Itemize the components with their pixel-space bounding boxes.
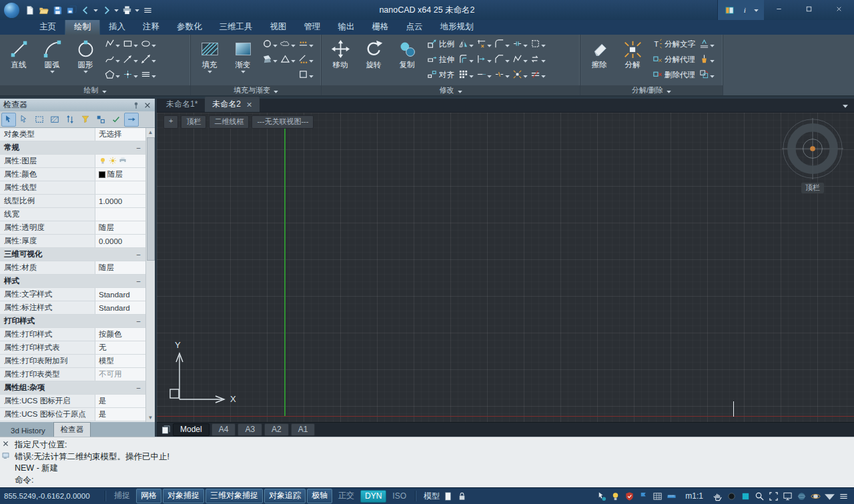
menu-icon[interactable] [837,489,850,503]
move-button[interactable]: 移动 [324,36,357,85]
rotate-button[interactable]: 旋转 [357,36,390,85]
flatten-button[interactable] [699,38,715,51]
ribbon-tab-三维工具[interactable]: 三维工具 [211,19,262,35]
property-row[interactable]: 属性:线型 [0,181,145,195]
forward-arrow-icon[interactable] [99,3,113,17]
sphere-icon[interactable] [795,489,808,503]
marquee-select-icon[interactable] [32,113,47,127]
workspace-icon[interactable] [723,3,736,17]
chevron-down-icon[interactable] [115,71,120,80]
model-space-button[interactable]: 模型 [424,491,440,502]
print-icon[interactable] [120,3,133,17]
dropdown-icon[interactable] [93,3,99,17]
wipeout-button[interactable] [262,53,278,66]
measure-button[interactable] [298,53,314,66]
layout-tab-A3[interactable]: A3 [238,423,262,436]
purge-button[interactable] [699,53,715,66]
property-value[interactable]: 随层 [95,261,145,274]
chevron-down-icon[interactable] [309,71,314,80]
status-toggle-DYN[interactable]: DYN [360,490,386,503]
chevron-down-icon[interactable] [541,71,546,80]
lock-icon[interactable] [455,489,468,503]
chevron-down-icon[interactable] [273,55,278,65]
chevron-down-icon[interactable] [83,69,88,73]
chevron-down-icon[interactable] [133,71,138,80]
info-icon[interactable]: i [738,3,751,17]
goto-arrow-icon[interactable] [124,113,139,127]
property-value[interactable]: 无选择 [95,128,145,141]
array-button[interactable] [458,69,474,81]
arc-button[interactable]: 圆弧 [35,36,69,85]
delete-duplicates-button[interactable] [699,69,715,81]
reverse-button[interactable] [530,53,546,66]
chevron-down-icon[interactable] [241,69,246,73]
bulb-icon[interactable] [608,489,622,503]
square-teal-icon[interactable] [739,489,752,503]
property-row[interactable]: 对象类型无选择 [0,128,145,141]
clip-button[interactable] [530,38,546,51]
collapse-icon[interactable]: − [136,251,145,259]
extend-button[interactable] [476,53,492,66]
pentagon-button[interactable] [104,69,121,81]
inspector-scrollbar[interactable]: ▲ ▼ [145,128,155,422]
layout-tab-A4[interactable]: A4 [211,423,236,436]
chevron-down-icon[interactable] [541,55,546,65]
command-line-panel[interactable]: 指定尺寸位置:错误:无法计算二维约束模型。操作已中止!NEW - 新建命令: [0,437,854,487]
scale-button[interactable]: 比例 [426,38,456,51]
property-row[interactable]: 属性:材质随层 [0,261,145,275]
chevron-down-icon[interactable] [309,40,314,49]
spline-button[interactable] [104,53,121,66]
chevron-down-icon[interactable] [469,55,474,65]
property-value[interactable] [95,208,145,221]
inspector-tab-检查器[interactable]: 检查器 [53,422,91,437]
flag-blue-icon[interactable] [636,489,650,503]
property-group-header[interactable]: 属性组:杂项− [0,381,145,395]
ribbon-section-label-draw[interactable]: 绘制 [0,85,190,95]
ellipse-button[interactable] [140,38,157,51]
dropdown-icon[interactable] [134,3,140,17]
close-panel-icon[interactable] [143,101,151,109]
eraser-button[interactable]: 擦除 [582,36,616,85]
chevron-down-icon[interactable] [541,40,546,49]
join-button[interactable] [512,38,528,51]
chevron-down-icon[interactable] [115,40,120,49]
property-value[interactable]: 按颜色 [95,328,145,341]
ribbon-tab-主页[interactable]: 主页 [31,19,65,35]
swap-arrows-icon[interactable] [63,113,77,127]
scroll-down-icon[interactable]: ▼ [148,413,153,422]
revision-cloud-button[interactable] [280,38,296,51]
chevron-down-icon[interactable] [291,55,296,65]
chevron-down-icon[interactable] [291,40,296,49]
construction-line-button[interactable] [140,53,157,66]
chevron-down-icon[interactable] [487,71,492,80]
property-row[interactable]: 属性:打印表类型不可用 [0,368,145,381]
chevron-down-icon[interactable] [710,55,715,65]
inspector-tab-3d History[interactable]: 3d History [4,425,52,437]
property-value[interactable]: Standard [95,301,145,314]
viewport-control-2[interactable]: 二维线框 [209,115,249,129]
ribbon-section-label-hatch[interactable]: 填充与渐变 [191,85,321,95]
multiline-button[interactable] [140,69,157,81]
chevron-down-icon[interactable] [151,71,156,80]
collapse-icon[interactable]: − [136,384,145,392]
chevron-down-icon[interactable] [487,55,492,65]
explode-button[interactable]: 分解 [616,36,649,85]
back-arrow-icon[interactable] [79,3,92,17]
rectangle-button[interactable] [122,38,139,51]
ribbon-tab-绘制[interactable]: 绘制 [65,19,100,35]
property-group-header[interactable]: 三维可视化− [0,248,145,261]
property-value[interactable]: 模型 [95,355,145,367]
triangle-button[interactable] [280,53,296,66]
ribbon-section-label-modify[interactable]: 修改 [322,85,580,95]
chevron-down-icon[interactable] [505,40,510,49]
circle-button[interactable]: 圆形 [69,36,102,85]
chevron-down-icon[interactable] [469,71,474,80]
maximize-button[interactable] [794,0,824,20]
viewport-control-1[interactable]: 顶栏 [181,115,206,129]
chevron-down-icon[interactable] [823,489,836,503]
ray-button[interactable] [122,53,139,66]
close-command-icon[interactable] [2,440,9,447]
frame-icon[interactable] [767,489,780,503]
close-tab-icon[interactable]: ✕ [246,101,252,108]
chevron-down-icon[interactable] [133,40,138,49]
